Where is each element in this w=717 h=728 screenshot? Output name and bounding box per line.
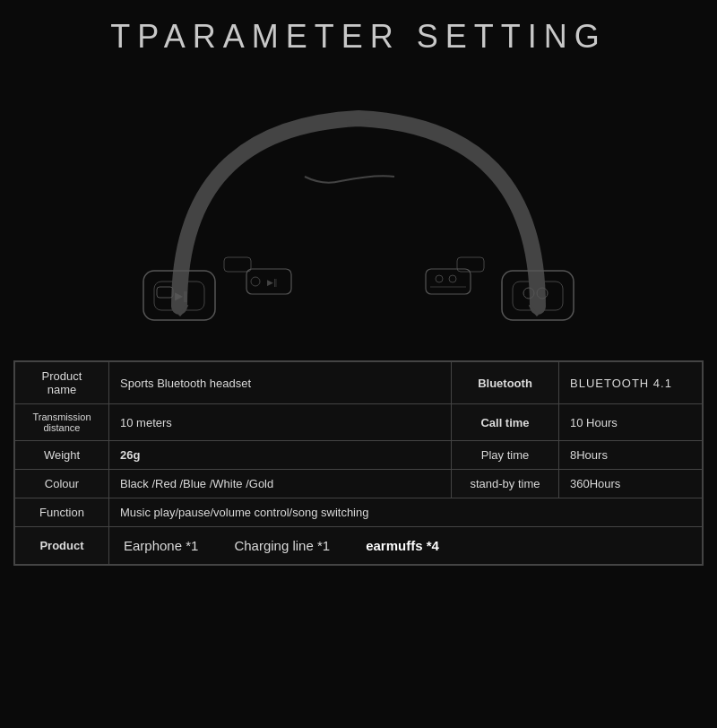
table-row: Transmission distance 10 meters Call tim…	[15, 404, 703, 441]
label-colour: Colour	[15, 470, 109, 498]
value-colour: Black /Red /Blue /White /Gold	[109, 470, 452, 498]
svg-text:▶‖: ▶‖	[267, 278, 278, 287]
svg-rect-15	[426, 269, 471, 294]
header-section: TPARAMETER SETTING ▶‖	[0, 0, 717, 351]
headset-illustration: ▶‖	[90, 65, 627, 351]
svg-point-9	[365, 119, 370, 125]
table-row-product: Product Earphone *1 Charging line *1 ear…	[15, 527, 703, 565]
label-bluetooth: Bluetooth	[452, 362, 559, 404]
value-transmission: 10 meters	[109, 404, 452, 441]
product-item-earmuffs: earmuffs *4	[366, 538, 439, 553]
page-title: TPARAMETER SETTING	[110, 18, 606, 56]
product-item-charging: Charging line *1	[234, 538, 330, 553]
label-weight: Weight	[15, 441, 109, 470]
value-play-time: 8Hours	[559, 441, 703, 470]
table-row: Function Music play/pause/volume control…	[15, 498, 703, 527]
svg-point-13	[251, 277, 260, 286]
value-bluetooth: BLUETOOTH 4.1	[559, 362, 703, 404]
value-product-name: Sports Bluetooth headset	[109, 362, 452, 404]
value-standby: 360Hours	[559, 470, 703, 498]
svg-point-17	[449, 275, 456, 282]
product-items-container: Earphone *1 Charging line *1 earmuffs *4	[124, 538, 687, 553]
value-product-items: Earphone *1 Charging line *1 earmuffs *4	[109, 527, 703, 565]
table-row: Colour Black /Red /Blue /White /Gold sta…	[15, 470, 703, 498]
svg-rect-10	[224, 257, 251, 272]
page-wrapper: TPARAMETER SETTING ▶‖	[0, 0, 717, 728]
table-row: Weight 26g Play time 8Hours	[15, 441, 703, 470]
label-product: Product	[15, 527, 109, 565]
label-call-time: Call time	[452, 404, 559, 441]
svg-rect-2	[157, 287, 173, 298]
specs-table: Product name Sports Bluetooth headset Bl…	[14, 361, 703, 565]
label-function: Function	[15, 498, 109, 527]
label-play-time: Play time	[452, 441, 559, 470]
headset-svg: ▶‖	[108, 74, 609, 342]
svg-point-8	[347, 120, 352, 126]
svg-text:▶‖: ▶‖	[175, 290, 188, 302]
svg-point-16	[436, 275, 443, 282]
value-call-time: 10 Hours	[559, 404, 703, 441]
specs-section: Product name Sports Bluetooth headset Bl…	[13, 360, 704, 566]
label-product-name: Product name	[15, 362, 109, 404]
value-function: Music play/pause/volume control/song swi…	[109, 498, 703, 527]
label-standby: stand-by time	[452, 470, 559, 498]
table-row: Product name Sports Bluetooth headset Bl…	[15, 362, 703, 404]
value-weight: 26g	[109, 441, 452, 470]
label-transmission: Transmission distance	[15, 404, 109, 441]
product-item-earphone: Earphone *1	[124, 538, 198, 553]
